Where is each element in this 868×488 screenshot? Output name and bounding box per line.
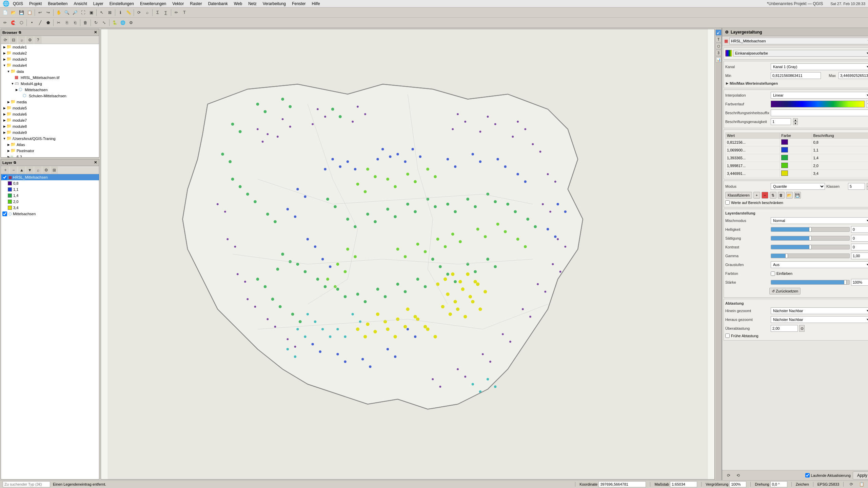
- swatch-5[interactable]: [781, 170, 788, 176]
- rp-remove-class-btn[interactable]: −: [762, 192, 768, 199]
- klassen-down-btn[interactable]: ▼: [867, 186, 868, 190]
- browser-item-pixelmator[interactable]: ▶ 📁 Pixelmator: [1, 148, 99, 154]
- rp-laufende-checkbox[interactable]: [805, 473, 810, 477]
- rp-zuruecksetzen-btn[interactable]: ↺ Zurücksetzen: [769, 288, 801, 294]
- swatch-1[interactable]: [781, 139, 788, 145]
- add-line-btn[interactable]: ╱: [36, 19, 44, 26]
- digitize-btn[interactable]: ✏: [173, 9, 180, 16]
- new-project-btn[interactable]: 📄: [1, 9, 9, 16]
- rotate-btn[interactable]: ↻: [92, 19, 100, 26]
- pan-btn[interactable]: ✋: [55, 9, 62, 16]
- layer-hrsl-checkbox[interactable]: [2, 175, 7, 180]
- rp-ueberabtastung-toggle[interactable]: ⊙: [799, 325, 805, 332]
- browser-item-module9[interactable]: ▶ 📁 module9: [1, 129, 99, 136]
- layer-move-up-btn[interactable]: ▲: [18, 166, 25, 174]
- rp-interp-select[interactable]: Linear: [771, 92, 868, 99]
- vergroesserung-input[interactable]: [729, 481, 746, 487]
- browser-help-btn[interactable]: ?: [34, 36, 42, 44]
- browser-settings-btn[interactable]: ⚙: [26, 36, 34, 44]
- koordinate-input[interactable]: 397696,5664781: [598, 481, 646, 487]
- browser-item-hrsl[interactable]: ▦ HRSL_Mittelsachsen.tif: [1, 75, 99, 81]
- menu-verarbeitung[interactable]: Verarbeitung: [260, 1, 289, 7]
- rp-restrict-checkbox[interactable]: [725, 200, 730, 205]
- rp-genauigkeit-input[interactable]: [771, 118, 791, 125]
- layer-mittelsachsen-checkbox[interactable]: [2, 211, 7, 216]
- rp-tab-label[interactable]: T: [715, 36, 722, 42]
- menu-qgis[interactable]: QGIS: [10, 1, 26, 7]
- rp-heraus-select[interactable]: Nächster Nachbar: [771, 316, 868, 323]
- browser-item-module7[interactable]: ▶ 📁 module7: [1, 117, 99, 123]
- rp-history-btn[interactable]: ⟳: [725, 472, 732, 479]
- menu-web[interactable]: Web: [231, 1, 245, 7]
- open-project-btn[interactable]: 📂: [9, 9, 17, 16]
- rp-renderer-select[interactable]: Einkanalpseuofarbe: [733, 50, 868, 57]
- rp-frueheabtastung-checkbox[interactable]: [725, 333, 730, 338]
- epsg-label[interactable]: EPSG:25833: [817, 482, 839, 486]
- rp-saettigung-input[interactable]: [851, 235, 868, 242]
- zoom-full-btn[interactable]: ⛶: [79, 9, 87, 16]
- rp-hinein-select[interactable]: Nächster Nachbar: [771, 307, 868, 314]
- rp-gradient-dropdown[interactable]: ▼: [866, 101, 868, 107]
- apply-button[interactable]: Apply: [853, 471, 868, 480]
- zoom-out-btn[interactable]: 🔎: [71, 9, 79, 16]
- menu-vektor[interactable]: Vektor: [170, 1, 186, 7]
- field-calc-btn[interactable]: ∑: [162, 9, 170, 16]
- rp-modus-select[interactable]: Quantile: [771, 183, 825, 190]
- browser-item-module1[interactable]: ▶ 📁 module1: [1, 44, 99, 50]
- plugin-btn[interactable]: ⚙: [127, 19, 135, 26]
- zoom-layer-btn[interactable]: ▣: [87, 9, 95, 16]
- rp-staerke-slider[interactable]: [771, 280, 850, 285]
- undo-btn[interactable]: ↩: [36, 9, 44, 16]
- browser-collapse-btn[interactable]: ⊟: [10, 36, 17, 44]
- label-btn[interactable]: T: [181, 9, 188, 16]
- swatch-2[interactable]: [781, 147, 788, 152]
- menu-fenster[interactable]: Fenster: [289, 1, 309, 7]
- zoom-in-btn[interactable]: 🔍: [63, 9, 71, 16]
- browser-item-module2[interactable]: ▶ 📁 module2: [1, 50, 99, 56]
- rp-saettigung-slider[interactable]: [771, 236, 850, 241]
- menu-hilfe[interactable]: Hilfe: [309, 1, 323, 7]
- browser-item-atlas[interactable]: ▶ 📁 Atlas: [1, 142, 99, 148]
- rp-helligkeit-slider[interactable]: [771, 227, 850, 232]
- rp-mischmoodus-select[interactable]: Normal: [771, 217, 868, 224]
- rp-klassifizieren-btn[interactable]: Klassifizieren: [725, 192, 752, 199]
- browser-item-6-2[interactable]: ▶ ○ 6-2: [1, 154, 99, 157]
- rp-graustufen-select[interactable]: Aus: [771, 261, 868, 268]
- rp-invert-btn[interactable]: ⇅: [770, 192, 776, 199]
- browser-item-qgis-traning[interactable]: ▼ 📁 /Users/knut/QGIS-Traning: [1, 136, 99, 142]
- deselect-btn[interactable]: ⊠: [106, 9, 114, 16]
- rp-sync-btn[interactable]: ⟲: [734, 472, 742, 479]
- edit-btn[interactable]: ✏: [1, 19, 9, 26]
- paste-btn[interactable]: ⎗: [71, 19, 79, 26]
- rp-kontrast-input[interactable]: [851, 244, 868, 250]
- layer-filter-btn[interactable]: ⌕: [34, 166, 42, 174]
- search-btn[interactable]: ⌕: [143, 9, 151, 16]
- menu-raster[interactable]: Raster: [187, 1, 204, 7]
- rp-einfarben-checkbox[interactable]: [771, 271, 775, 276]
- menu-bearbeiten[interactable]: Bearbeiten: [45, 1, 70, 7]
- map-area[interactable]: [101, 29, 715, 480]
- rp-layer-select[interactable]: HRSL_Mittelsachsen: [729, 38, 868, 44]
- rp-load-btn[interactable]: 📂: [786, 192, 793, 199]
- redo-btn[interactable]: ↪: [44, 9, 52, 16]
- browser-item-module3[interactable]: ▶ 📁 module3: [1, 56, 99, 62]
- scale-btn[interactable]: ⤡: [100, 19, 108, 26]
- rp-min-input[interactable]: 0,8121560863411: [771, 72, 821, 79]
- layer-expand-btn[interactable]: ⊞: [51, 166, 58, 174]
- save-project-btn[interactable]: 💾: [18, 9, 25, 16]
- rp-suffix-input[interactable]: [771, 109, 868, 116]
- stats-btn[interactable]: Σ: [154, 9, 161, 16]
- rp-tab-mask[interactable]: ⬡: [715, 43, 722, 49]
- identify-btn[interactable]: ℹ: [117, 9, 124, 16]
- rp-genauigkeit-up[interactable]: ▲: [793, 118, 798, 122]
- layer-remove-btn[interactable]: −: [10, 166, 17, 174]
- status-search-input[interactable]: [3, 481, 50, 487]
- rp-max-input[interactable]: 3,4469925265136001: [839, 72, 868, 79]
- node-btn[interactable]: ⬡: [18, 19, 25, 26]
- massstab-input[interactable]: [670, 481, 697, 487]
- status-log-btn[interactable]: 📋: [858, 481, 865, 488]
- layer-legend-08[interactable]: 0,8: [1, 180, 99, 186]
- status-render-btn[interactable]: ⟳: [848, 481, 855, 488]
- layer-legend-20[interactable]: 2,0: [1, 199, 99, 205]
- layer-hrsl[interactable]: ▦ HRSL_Mittelsachsen: [1, 174, 99, 180]
